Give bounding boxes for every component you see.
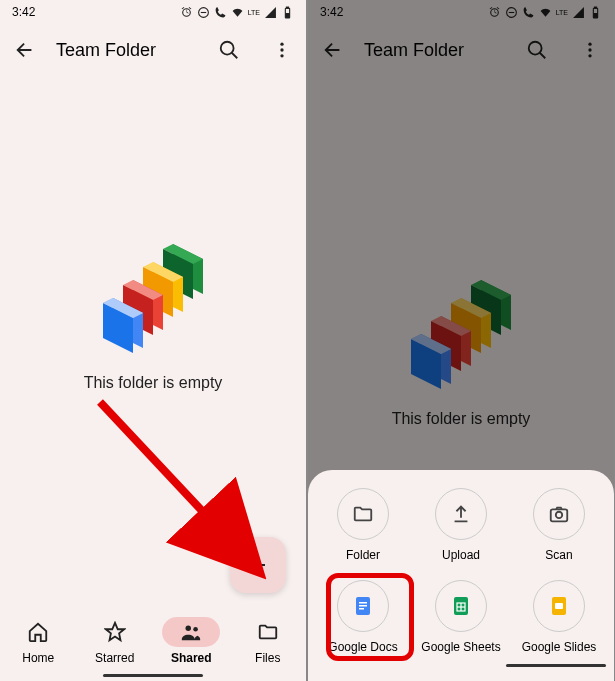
screen-left: 3:42 LTE Team Folder [0,0,306,681]
signal-icon [264,6,277,19]
alarm-icon [488,6,501,19]
wifi-icon [539,6,552,19]
svg-point-13 [194,627,199,632]
network-label: LTE [248,9,260,16]
sheet-item-google-docs[interactable]: Google Docs [316,580,410,654]
phone-icon [214,6,227,19]
star-icon [104,621,126,643]
folder-icon [257,621,279,643]
svg-rect-36 [555,603,563,609]
sheet-item-upload[interactable]: Upload [414,488,508,562]
arrow-left-icon [14,39,36,61]
plus-icon [246,553,270,577]
dnd-icon [505,6,518,19]
folders-illustration-icon [391,270,531,390]
nav-home-label: Home [22,651,54,665]
more-vert-icon [580,40,600,60]
home-icon [27,621,49,643]
empty-text: This folder is empty [84,374,223,392]
search-button[interactable] [526,39,548,61]
google-sheets-icon [449,594,473,618]
status-bar: 3:42 LTE [0,0,306,24]
nav-shared-label: Shared [171,651,212,665]
people-icon [180,621,202,643]
svg-point-23 [588,48,591,51]
camera-icon [548,503,570,525]
nav-starred[interactable]: Starred [83,617,147,665]
signal-icon [572,6,585,19]
nav-home[interactable]: Home [6,617,70,665]
status-time: 3:42 [320,5,343,19]
status-time: 3:42 [12,5,35,19]
svg-point-26 [556,512,562,518]
sheet-item-google-sheets[interactable]: Google Sheets [414,580,508,654]
nav-shared[interactable]: Shared [159,617,223,665]
svg-point-20 [529,42,542,55]
app-bar: Team Folder [0,24,306,76]
nav-files-label: Files [255,651,280,665]
search-icon [218,39,240,61]
svg-point-12 [186,626,192,632]
dnd-icon [197,6,210,19]
search-icon [526,39,548,61]
google-docs-icon [351,594,375,618]
svg-rect-28 [359,602,367,604]
screen-right: 3:42 LTE Team Folder [308,0,614,681]
sheet-label: Folder [346,548,380,562]
svg-rect-30 [359,608,364,610]
sheet-label: Google Slides [522,640,597,654]
create-bottom-sheet: Folder Upload Scan Google Docs Google Sh… [308,470,614,681]
status-icons: LTE [180,6,294,19]
nav-starred-label: Starred [95,651,134,665]
sheet-label: Upload [442,548,480,562]
svg-point-24 [588,54,591,57]
empty-text: This folder is empty [392,410,531,428]
svg-rect-3 [286,7,288,8]
svg-point-22 [588,43,591,46]
upload-icon [450,503,472,525]
folder-icon [352,503,374,525]
svg-rect-4 [286,13,289,17]
arrow-left-icon [322,39,344,61]
svg-point-7 [280,43,283,46]
sheet-label: Google Sheets [421,640,500,654]
page-title: Team Folder [56,40,198,61]
back-button[interactable] [14,39,36,61]
more-vert-icon [272,40,292,60]
phone-icon [522,6,535,19]
page-title: Team Folder [364,40,506,61]
battery-icon [589,6,602,19]
sheet-item-google-slides[interactable]: Google Slides [512,580,606,654]
network-label: LTE [556,9,568,16]
gesture-bar [103,674,203,677]
svg-point-8 [280,48,283,51]
sheet-item-scan[interactable]: Scan [512,488,606,562]
sheet-item-folder[interactable]: Folder [316,488,410,562]
svg-point-9 [280,54,283,57]
back-button[interactable] [322,39,344,61]
fab-add-button[interactable] [230,537,286,593]
nav-files[interactable]: Files [236,617,300,665]
sheet-label: Scan [545,548,572,562]
search-button[interactable] [218,39,240,61]
bottom-nav: Home Starred Shared Files [0,609,306,681]
gesture-bar [506,664,606,667]
sheet-label: Google Docs [328,640,397,654]
svg-line-21 [540,53,546,59]
battery-icon [281,6,294,19]
svg-rect-19 [594,13,597,17]
empty-state: This folder is empty [0,76,306,609]
wifi-icon [231,6,244,19]
more-button[interactable] [580,40,600,60]
status-icons: LTE [488,6,602,19]
app-bar: Team Folder [308,24,614,76]
svg-line-6 [232,53,238,59]
more-button[interactable] [272,40,292,60]
status-bar: 3:42 LTE [308,0,614,24]
svg-rect-29 [359,605,367,607]
folders-illustration-icon [83,234,223,354]
svg-rect-18 [594,7,596,8]
alarm-icon [180,6,193,19]
google-slides-icon [547,594,571,618]
svg-point-5 [221,42,234,55]
